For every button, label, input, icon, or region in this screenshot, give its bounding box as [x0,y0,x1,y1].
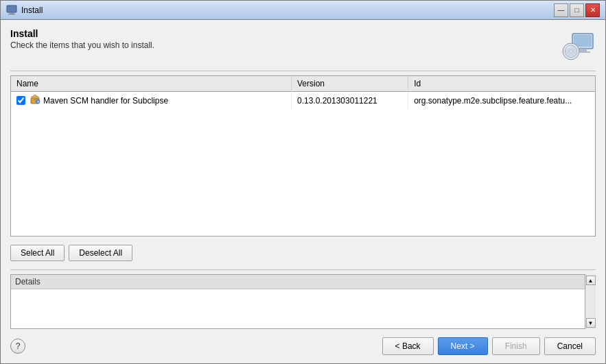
maximize-button[interactable]: □ [570,3,584,17]
row-version-cell: 0.13.0.201303011221 [291,92,408,110]
scroll-up-button[interactable]: ▲ [586,276,596,285]
minimize-button[interactable]: — [554,3,568,17]
titlebar: Install — □ ✕ [1,1,605,20]
cancel-button[interactable]: Cancel [544,337,596,355]
dialog-content: Install Check the items that you wish to… [1,20,605,363]
titlebar-icon [6,5,17,16]
svg-rect-1 [10,12,14,14]
col-header-id: Id [408,76,595,92]
details-section: Details ▲ ▼ [10,274,596,329]
row-name-cell: ✦ Maven SCM handler for Subclipse [11,92,291,110]
scroll-down-button[interactable]: ▼ [586,318,596,328]
selection-buttons: Select All Deselect All [10,242,596,264]
footer-buttons: < Back Next > Finish Cancel [382,337,596,355]
dialog-subtitle: Check the items that you wish to install… [10,40,154,50]
table-row[interactable]: ✦ Maven SCM handler for Subclipse 0.13.0… [11,92,595,110]
middle-divider [10,269,596,270]
select-all-button[interactable]: Select All [10,245,65,261]
deselect-all-button[interactable]: Deselect All [69,245,132,261]
footer-left: ? [10,339,25,354]
finish-button[interactable]: Finish [492,337,540,355]
header-icon [560,28,596,64]
col-header-name: Name [11,76,291,92]
svg-rect-13 [34,98,36,100]
dialog-footer: ? < Back Next > Finish Cancel [10,335,596,355]
details-body [11,289,595,328]
dialog-title: Install [10,28,154,39]
svg-rect-2 [8,14,15,15]
titlebar-title: Install [21,5,554,15]
next-button[interactable]: Next > [438,337,488,355]
header-text: Install Check the items that you wish to… [10,28,154,50]
svg-rect-5 [579,49,587,51]
dialog-header: Install Check the items that you wish to… [10,28,596,64]
close-button[interactable]: ✕ [585,3,600,17]
titlebar-buttons: — □ ✕ [554,3,600,17]
col-header-version: Version [291,76,408,92]
pkg-icon: ✦ [30,94,40,107]
svg-point-10 [570,51,572,53]
row-id-cell: org.sonatype.m2e.subclipse.feature.featu… [408,92,595,110]
install-dialog: Install — □ ✕ Install Check the items th… [0,0,606,364]
help-button[interactable]: ? [10,339,25,354]
install-items-table[interactable]: Name Version Id ✦ [10,75,596,236]
row-name: Maven SCM handler for Subclipse [43,96,168,106]
details-scrollbar: ▲ ▼ [585,274,596,329]
row-checkbox[interactable] [16,96,25,105]
table-header-row: Name Version Id [11,76,595,92]
svg-rect-0 [7,5,16,12]
back-button[interactable]: < Back [382,337,434,355]
details-label: Details [11,275,595,289]
svg-marker-12 [31,95,39,97]
header-divider [10,71,596,71]
